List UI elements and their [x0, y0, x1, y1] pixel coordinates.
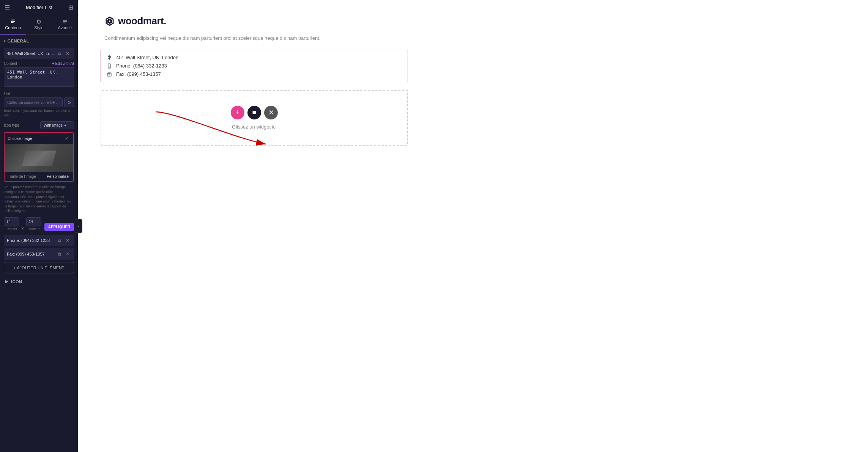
link-settings-btn[interactable]: ⚙ — [64, 97, 74, 107]
address-item-icons: ⧉ ✕ — [56, 50, 71, 57]
widget-type-btn[interactable]: ■ — [247, 106, 261, 119]
general-section-header[interactable]: ▾ General — [4, 39, 74, 43]
woodmart-logo-text: woodmart. — [118, 15, 166, 27]
sidebar-collapse-btn[interactable]: ‹ — [75, 219, 82, 233]
address-value: 451 Wall Street, UK, London — [7, 51, 56, 56]
fax-item-icons: ⧉ ✕ — [56, 251, 71, 257]
link-input-row: ⚙ — [4, 97, 74, 107]
fax-text: Fax: (099) 453-1357 — [116, 71, 161, 77]
choose-image-section: Choose image ⤢ Taille de l'image Personn… — [4, 132, 74, 182]
icon-section-arrow: ▶ — [4, 279, 9, 284]
address-item-row: 451 Wall Street, UK, London ⧉ ✕ — [4, 48, 74, 59]
add-element-btn[interactable]: + AJOUTER UN ÉLÉMENT — [4, 262, 74, 273]
choose-image-expand-btn[interactable]: ⤢ — [63, 135, 70, 142]
drop-zone-label: Glissez un widget ici — [232, 124, 277, 130]
phone-delete-btn[interactable]: ✕ — [64, 237, 71, 244]
drop-zone-buttons: + ■ ✕ — [109, 106, 400, 119]
close-widget-btn[interactable]: ✕ — [264, 106, 278, 119]
phone-duplicate-btn[interactable]: ⧉ — [56, 237, 63, 244]
address-delete-btn[interactable]: ✕ — [64, 50, 71, 57]
link-hint: Enter URL if you want this banner to hav… — [4, 109, 74, 118]
general-label: General — [8, 39, 29, 43]
fax-value: Fax: (099) 453-1357 — [7, 252, 56, 256]
link-input[interactable] — [4, 97, 63, 107]
fax-icon — [106, 71, 112, 77]
content-textarea[interactable]: 451 Wall Street, UK, London — [4, 67, 74, 87]
width-col: Largeur — [4, 217, 19, 231]
svg-rect-0 — [11, 20, 15, 20]
address-text: 451 Wall Street, UK, London — [116, 55, 178, 60]
width-input[interactable] — [4, 217, 19, 226]
size-inputs-group: Largeur X Hauteur APPLIQUER — [4, 217, 74, 231]
image-shape — [22, 151, 56, 166]
sidebar-header: ☰ Modifier List ⊞ — [0, 0, 78, 15]
icon-section-label: Icon — [11, 279, 22, 284]
choose-image-label: Choose image — [8, 137, 32, 141]
woodmart-logo: woodmart. — [104, 15, 845, 27]
width-label: Largeur — [4, 227, 19, 231]
woodmart-logo-icon — [104, 16, 115, 27]
image-size-row: Taille de l'image Personnalisé — [5, 172, 73, 181]
icon-type-select[interactable]: With image ▾ — [40, 121, 74, 129]
height-input[interactable] — [26, 217, 41, 226]
address-duplicate-btn[interactable]: ⧉ — [56, 50, 63, 57]
tab-style[interactable]: Style — [26, 15, 52, 35]
icon-section-header[interactable]: ▶ Icon — [4, 279, 74, 284]
contact-item-address: 451 Wall Street, UK, London — [106, 55, 402, 61]
fax-item-row: Fax: (099) 453-1357 ⧉ ✕ — [4, 248, 74, 260]
link-label: Link — [4, 92, 74, 96]
address-icon — [106, 55, 112, 61]
contact-item-phone: Phone: (064) 332-1233 — [106, 63, 402, 69]
image-size-label1[interactable]: Taille de l'image — [8, 174, 38, 179]
ai-star-icon: ✦ — [52, 61, 55, 66]
sidebar-tabs: Contenu Style Avancé — [0, 15, 78, 35]
content-label: Content — [4, 61, 17, 66]
svg-rect-1 — [11, 21, 15, 22]
sidebar: ☰ Modifier List ⊞ Contenu Style Avancé ▾… — [0, 0, 78, 452]
hamburger-icon[interactable]: ☰ — [5, 4, 10, 11]
fax-duplicate-btn[interactable]: ⧉ — [56, 251, 63, 257]
content-label-row: Content ✦ Edit with AI — [4, 61, 74, 66]
icon-type-label: Icon type — [4, 123, 19, 127]
sidebar-content: ▾ General 451 Wall Street, UK, London ⧉ … — [0, 35, 78, 452]
apply-btn[interactable]: APPLIQUER — [44, 223, 74, 231]
svg-point-6 — [109, 67, 110, 68]
choose-image-header: Choose image ⤢ — [5, 133, 73, 144]
phone-icon — [106, 63, 112, 69]
tab-contenu[interactable]: Contenu — [0, 15, 26, 35]
image-hint-text: Vous pouvez recadrer la taille de l'imag… — [4, 185, 74, 213]
fax-delete-btn[interactable]: ✕ — [64, 251, 71, 257]
svg-rect-2 — [11, 22, 14, 23]
image-size-label2[interactable]: Personnalisé — [45, 174, 70, 179]
icon-type-row: Icon type With image ▾ — [4, 121, 74, 129]
edit-ai-btn[interactable]: ✦ Edit with AI — [52, 61, 74, 66]
drop-zone: + ■ ✕ Glissez un widget ici — [101, 90, 408, 146]
main-content: woodmart. Condimentum adipiscing vel neq… — [78, 0, 868, 452]
section-arrow: ▾ — [4, 39, 6, 43]
size-x-separator: X — [21, 227, 24, 231]
woodmart-tagline: Condimentum adipiscing vel neque dis nam… — [104, 35, 845, 42]
phone-item-icons: ⧉ ✕ — [56, 237, 71, 244]
phone-text: Phone: (064) 332-1233 — [116, 63, 167, 69]
svg-point-4 — [109, 20, 110, 22]
chevron-down-icon: ▾ — [64, 123, 66, 127]
phone-item-row: Phone: (064) 332-1233 ⧉ ✕ — [4, 235, 74, 246]
height-col: Hauteur — [26, 217, 41, 231]
sidebar-title: Modifier List — [26, 5, 52, 10]
contact-list-widget[interactable]: 451 Wall Street, UK, London Phone: (064)… — [101, 50, 408, 82]
add-widget-btn[interactable]: + — [231, 106, 244, 119]
height-label: Hauteur — [26, 227, 41, 231]
contact-item-fax: Fax: (099) 453-1357 — [106, 71, 402, 77]
image-preview[interactable] — [5, 144, 73, 172]
grid-icon[interactable]: ⊞ — [68, 4, 73, 11]
phone-value: Phone: (064) 332-1233 — [7, 238, 56, 243]
tab-avance[interactable]: Avancé — [52, 15, 78, 35]
